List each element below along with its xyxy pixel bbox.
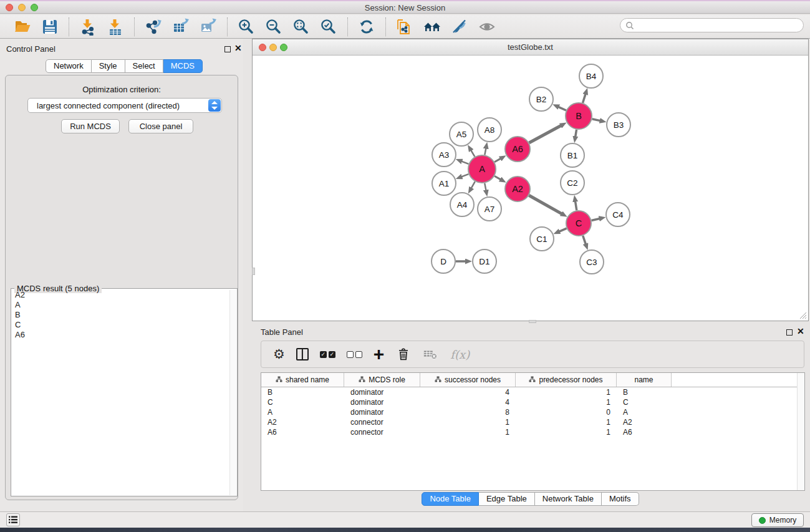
home-icon[interactable]: [422, 17, 442, 36]
network-window-titlebar[interactable]: testGlobe.txt: [253, 39, 808, 56]
graph-edge-A-A4[interactable]: [471, 181, 475, 188]
close-panel-button[interactable]: Close panel: [128, 119, 193, 133]
graph-node-A1[interactable]: A1: [432, 172, 456, 195]
graph-node-A7[interactable]: A7: [478, 197, 501, 221]
graph-node-C4[interactable]: C4: [606, 203, 630, 226]
column-header-predecessor-nodes[interactable]: predecessor nodes: [516, 373, 617, 387]
tab-mcds[interactable]: MCDS: [163, 59, 203, 73]
graph-edge-A-A3[interactable]: [461, 162, 468, 164]
mcds-result-item[interactable]: A2: [12, 290, 229, 300]
graph-node-A6[interactable]: A6: [505, 137, 530, 162]
mcds-result-scrollbar[interactable]: [229, 290, 236, 495]
graph-edge-A-A1[interactable]: [461, 174, 468, 177]
zoom-fit-icon[interactable]: [291, 17, 311, 36]
graph-node-A4[interactable]: A4: [450, 193, 474, 216]
function-builder-icon[interactable]: f(x): [450, 345, 470, 364]
search-field[interactable]: [620, 18, 804, 32]
mcds-result-list[interactable]: A2ABCA6: [12, 290, 229, 495]
graph-edge-C-C2[interactable]: [576, 201, 577, 211]
tab-network[interactable]: Network: [46, 59, 92, 73]
graph-node-C1[interactable]: C1: [530, 227, 554, 251]
zoom-selected-icon[interactable]: [319, 17, 339, 36]
mcds-result-item[interactable]: A6: [12, 330, 229, 340]
graph-edge-B-B3[interactable]: [592, 119, 600, 121]
graph-edge-C-C3[interactable]: [583, 236, 586, 244]
graph-edge-B-B4[interactable]: [583, 94, 586, 103]
graph-node-D[interactable]: D: [432, 249, 455, 273]
export-table-icon[interactable]: [171, 17, 191, 36]
graph-node-C2[interactable]: C2: [561, 171, 584, 195]
export-network-icon[interactable]: [143, 17, 163, 36]
graph-edge-A6-B[interactable]: [529, 125, 561, 143]
graph-node-A2[interactable]: A2: [505, 177, 530, 201]
select-all-icon[interactable]: ✓✓: [320, 345, 335, 364]
column-header-shared-name[interactable]: shared name: [261, 373, 344, 387]
graph-edge-B-B1[interactable]: [576, 130, 577, 137]
graph-edge-A2-C[interactable]: [529, 195, 562, 214]
show-graphics-icon[interactable]: [477, 17, 497, 36]
graph-node-B3[interactable]: B3: [607, 113, 630, 137]
graph-node-B2[interactable]: B2: [529, 87, 553, 111]
graph-node-B4[interactable]: B4: [579, 64, 603, 88]
node-table[interactable]: shared nameMCDS rolesuccessor nodesprede…: [261, 372, 805, 491]
graph-node-C[interactable]: C: [566, 211, 591, 236]
graph-edge-A-A6[interactable]: [494, 158, 501, 162]
table-row[interactable]: Adominator80A: [261, 407, 804, 417]
column-header-MCDS-role[interactable]: MCDS role: [344, 373, 420, 387]
mcds-result-item[interactable]: C: [12, 320, 229, 330]
table-tab-node-table[interactable]: Node Table: [422, 492, 479, 506]
graph-edge-A-A5[interactable]: [471, 150, 475, 157]
table-settings-icon[interactable]: ⚙: [273, 345, 285, 364]
import-table-icon[interactable]: [105, 17, 125, 36]
column-header-successor-nodes[interactable]: successor nodes: [420, 373, 516, 387]
graph-node-D1[interactable]: D1: [473, 249, 496, 273]
table-scrollbar[interactable]: [797, 373, 804, 490]
table-tab-edge-table[interactable]: Edge Table: [479, 492, 535, 506]
graph-node-B[interactable]: B: [566, 103, 592, 129]
delete-table-icon[interactable]: [423, 345, 439, 364]
graph-edge-C-C1[interactable]: [559, 228, 567, 231]
graph-node-B1[interactable]: B1: [561, 143, 584, 167]
column-header-name[interactable]: name: [617, 373, 672, 387]
table-tab-motifs[interactable]: Motifs: [602, 492, 639, 506]
import-network-icon[interactable]: [78, 17, 98, 36]
clone-network-icon[interactable]: [395, 17, 415, 36]
refresh-icon[interactable]: [357, 17, 377, 36]
graph-node-C3[interactable]: C3: [580, 250, 604, 274]
run-mcds-button[interactable]: Run MCDS: [61, 119, 120, 133]
add-column-icon[interactable]: +: [374, 345, 385, 364]
deselect-all-icon[interactable]: [347, 345, 362, 364]
graph-edge-A-A8[interactable]: [485, 148, 486, 155]
criterion-dropdown[interactable]: largest connected component (directed): [27, 98, 222, 113]
search-input[interactable]: [634, 19, 803, 31]
graph-node-A5[interactable]: A5: [450, 122, 473, 146]
split-panel-icon[interactable]: [296, 345, 309, 364]
save-session-icon[interactable]: [40, 17, 60, 36]
graph-node-A[interactable]: A: [468, 155, 496, 183]
network-left-resize-handle[interactable]: [252, 268, 255, 275]
open-file-icon[interactable]: [12, 17, 32, 36]
graph-edge-B-B2[interactable]: [558, 107, 566, 110]
table-row[interactable]: A6connector11A6: [261, 427, 804, 437]
tab-style[interactable]: Style: [92, 59, 125, 73]
export-image-icon[interactable]: [198, 17, 218, 36]
graph-node-A8[interactable]: A8: [478, 118, 501, 142]
graph-edge-A-A7[interactable]: [485, 183, 486, 191]
table-tab-network-table[interactable]: Network Table: [535, 492, 602, 506]
window-resize-grip-icon[interactable]: [799, 312, 807, 319]
close-panel-icon[interactable]: ✕: [234, 42, 242, 54]
table-row[interactable]: Cdominator41C: [261, 397, 804, 407]
mcds-result-item[interactable]: A: [12, 300, 229, 310]
zoom-out-icon[interactable]: [264, 17, 284, 36]
float-window-icon[interactable]: [224, 46, 231, 52]
graph-node-A3[interactable]: A3: [432, 143, 456, 167]
graph-edge-A-A2[interactable]: [494, 176, 501, 180]
memory-button[interactable]: Memory: [751, 513, 804, 527]
network-canvas[interactable]: B4B2BB3A5A8A6A3B1AA1C2A2A4A7C4CC1DD1C3: [253, 56, 808, 321]
delete-rows-icon[interactable]: [395, 345, 412, 364]
graph-edge-C-C4[interactable]: [591, 219, 599, 221]
task-history-button[interactable]: [6, 513, 20, 526]
zoom-in-icon[interactable]: [236, 17, 256, 36]
table-float-window-icon[interactable]: [786, 329, 793, 336]
tab-select[interactable]: Select: [125, 59, 163, 73]
